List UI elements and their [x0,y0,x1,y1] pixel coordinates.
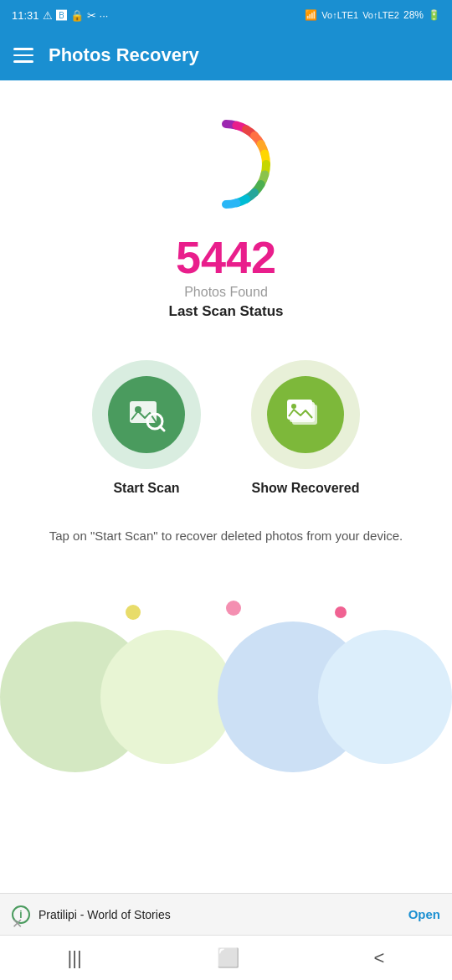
lock-icon: 🔒 [70,9,84,22]
dot-yellow [126,605,141,620]
svg-rect-0 [130,401,157,423]
dot-pink [226,601,241,616]
more-icon: ··· [100,9,109,22]
menu-button[interactable] [13,48,33,63]
back-button[interactable]: < [374,947,385,969]
action-buttons-row: Start Scan Show Recovered [17,360,435,496]
app-title: Photos Recovery [49,44,199,66]
status-time: 11:31 ⚠ 🅱 🔒 ✂ ··· [12,9,108,22]
dot-pink2 [335,606,347,618]
signal2-icon: Vo↑LTE2 [362,10,399,20]
status-indicators: 📶 Vo↑LTE1 Vo↑LTE2 28% 🔋 [305,9,440,21]
svg-line-3 [160,426,164,431]
scan-icon [125,393,168,436]
last-scan-label: Last Scan Status [169,303,284,320]
recovered-button-inner-circle [267,376,344,453]
ad-banner: i Pratilipi - World of Stories Open ✕ [0,893,452,935]
start-scan-label: Start Scan [113,481,179,496]
deco-circle-light-blue [318,630,452,764]
status-bar: 11:31 ⚠ 🅱 🔒 ✂ ··· 📶 Vo↑LTE1 Vo↑LTE2 28% … [0,0,452,30]
ad-title: Pratilipi - World of Stories [39,908,171,921]
ad-open-button[interactable]: Open [408,907,440,921]
scan-button-outer-circle [92,360,201,469]
decoration-area [17,596,435,697]
time-display: 11:31 [12,9,39,22]
photos-count: 5442 [176,235,276,280]
ad-content: i Pratilipi - World of Stories [12,905,171,924]
home-button[interactable]: ⬜ [217,947,239,969]
wifi-icon: 📶 [305,9,317,21]
battery-display: 28% [403,9,424,21]
toolbar: Photos Recovery [0,30,452,80]
start-scan-button[interactable]: Start Scan [92,360,201,496]
scan-button-inner-circle [108,376,185,453]
svg-rect-6 [287,400,312,420]
battery-icon: 🔋 [428,9,440,21]
show-recovered-button[interactable]: Show Recovered [251,360,360,496]
signal-icon: Vo↑LTE1 [321,10,358,20]
photos-found-label: Photos Found [184,285,268,300]
alert-icon: ⚠ [43,9,53,22]
bottom-navigation: ||| ⬜ < [0,935,452,980]
call-icon: ✂ [87,9,96,22]
main-content: 5442 Photos Found Last Scan Status [0,80,452,697]
recovered-button-outer-circle [251,360,360,469]
notification-icon: 🅱 [56,9,67,22]
svg-point-7 [291,404,296,409]
recovered-icon [284,393,327,436]
recent-apps-button[interactable]: ||| [67,947,81,969]
deco-circle-light-green [100,630,234,764]
description-text: Tap on "Start Scan" to recover deleted p… [24,526,429,546]
show-recovered-label: Show Recovered [252,481,360,496]
ad-close-button[interactable]: ✕ [12,916,23,931]
scan-progress-ring [176,114,276,214]
ring-svg [176,114,276,214]
